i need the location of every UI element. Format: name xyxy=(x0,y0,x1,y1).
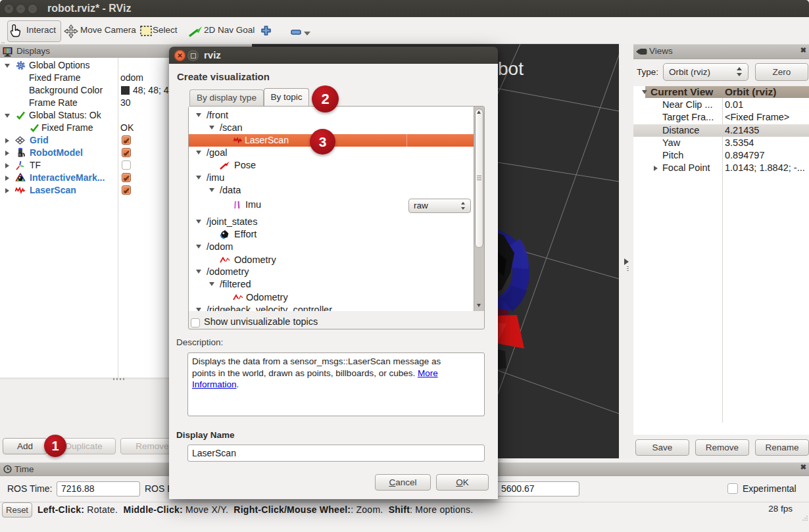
svg-text:bot: bot xyxy=(498,59,524,79)
